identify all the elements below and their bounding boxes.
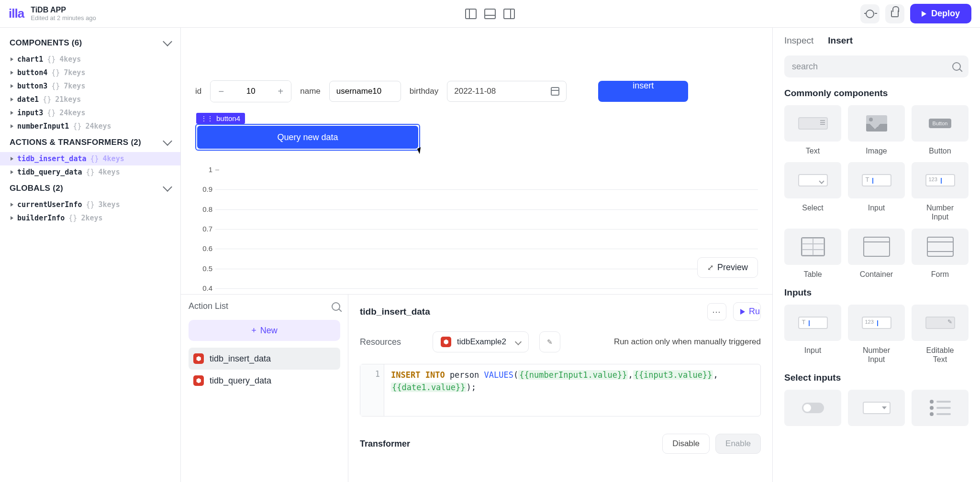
bug-icon xyxy=(866,10,874,18)
component-button[interactable]: ButtonButton xyxy=(912,105,969,155)
tree-item[interactable]: input3{}24keys xyxy=(0,106,180,120)
component-table[interactable]: Table xyxy=(784,229,841,279)
run-button[interactable]: Ru xyxy=(733,302,761,321)
expand-icon xyxy=(707,263,713,273)
selection-tag[interactable]: ⋮⋮ button4 xyxy=(196,113,245,124)
id-label: id xyxy=(195,87,201,96)
layout-left-icon[interactable] xyxy=(465,9,477,19)
edit-resource-button[interactable]: ✎ xyxy=(539,331,560,352)
chevron-down-icon xyxy=(163,182,172,192)
sql-editor[interactable]: 1 INSERT INTO person VALUES({{numberInpu… xyxy=(360,364,761,416)
app-title: TiDB APP xyxy=(31,5,96,14)
tree-item[interactable]: currentUserInfo{}3keys xyxy=(0,198,180,211)
tree-item[interactable]: numberInput1{}24keys xyxy=(0,120,180,133)
layout-right-icon[interactable] xyxy=(503,9,515,19)
logo: illa xyxy=(9,6,24,21)
layout-switcher xyxy=(465,9,515,19)
component-form[interactable]: Form xyxy=(912,229,969,279)
y-tick-label: 0.7 xyxy=(195,225,212,233)
lock-icon xyxy=(891,11,899,17)
date-input[interactable]: 2022-11-08 xyxy=(447,81,567,102)
action-list: Action List + New ⬢ tidb_insert_data ⬢ t… xyxy=(181,295,348,482)
disable-button[interactable]: Disable xyxy=(662,434,710,454)
search-icon xyxy=(952,62,961,71)
run-label: Ru xyxy=(749,307,760,317)
number-input-id[interactable]: − + xyxy=(210,80,291,102)
tree-item[interactable]: builderInfo{}2keys xyxy=(0,211,180,225)
action-panel: Action List + New ⬢ tidb_insert_data ⬢ t… xyxy=(181,294,772,482)
preview-label: Preview xyxy=(717,263,748,273)
component-switch[interactable] xyxy=(784,390,841,426)
dropdown-icon xyxy=(863,402,891,414)
form-icon xyxy=(927,237,954,257)
selected-component[interactable]: Query new data xyxy=(195,124,420,151)
tree-item[interactable]: tidb_query_data{}4keys xyxy=(0,165,180,179)
component-editable-text[interactable]: Editable Text xyxy=(912,305,969,364)
line-number: 1 xyxy=(360,364,384,416)
lock-button[interactable] xyxy=(885,4,904,23)
actions-heading[interactable]: ACTIONS & TRANSFORMERS (2) xyxy=(0,133,180,152)
more-button[interactable]: ⋯ xyxy=(707,303,726,320)
deploy-label: Deploy xyxy=(931,9,960,19)
debug-button[interactable] xyxy=(860,4,880,23)
action-list-title: Action List xyxy=(189,301,228,311)
component-list[interactable] xyxy=(912,390,969,426)
input-icon xyxy=(862,174,891,186)
component-container[interactable]: Container xyxy=(848,229,905,279)
y-tick-label: 1 xyxy=(195,165,212,174)
y-tick-label: 0.8 xyxy=(195,205,212,213)
tab-inspect[interactable]: Inspect xyxy=(784,35,813,46)
component-number-input[interactable]: Number Input xyxy=(912,162,969,221)
component-input[interactable]: Input xyxy=(848,162,905,221)
action-title: tidb_insert_data xyxy=(360,307,430,317)
action-list-item[interactable]: ⬢ tidb_query_data xyxy=(189,370,340,392)
globals-title: GLOBALS (2) xyxy=(10,184,63,193)
search-input[interactable]: search xyxy=(784,55,969,77)
app-subtitle: Edited at 2 minutes ago xyxy=(31,14,96,22)
button-icon: Button xyxy=(929,119,952,128)
play-icon xyxy=(922,11,926,17)
select-icon xyxy=(798,174,828,186)
globals-heading[interactable]: GLOBALS (2) xyxy=(0,179,180,198)
decrement-button[interactable]: − xyxy=(211,81,232,102)
tree-item[interactable]: button4{}7keys xyxy=(0,66,180,79)
code-content[interactable]: INSERT INTO person VALUES({{numberInput1… xyxy=(384,364,725,416)
new-action-button[interactable]: + New xyxy=(189,320,340,341)
tree-item[interactable]: chart1{}4keys xyxy=(0,53,180,66)
component-text[interactable]: Text xyxy=(784,105,841,155)
insert-button[interactable]: insert xyxy=(598,81,688,102)
play-icon xyxy=(740,309,745,315)
component-select[interactable]: Select xyxy=(784,162,841,221)
y-tick-label: 0.4 xyxy=(195,284,212,292)
search-icon[interactable] xyxy=(332,302,340,311)
transformer-label: Transformer xyxy=(360,439,410,449)
component-image[interactable]: Image xyxy=(848,105,905,155)
tree-item[interactable]: button3{}7keys xyxy=(0,79,180,93)
deploy-button[interactable]: Deploy xyxy=(910,4,971,23)
tab-insert[interactable]: Insert xyxy=(828,35,853,46)
image-icon xyxy=(866,115,887,131)
component-dropdown[interactable] xyxy=(848,390,905,426)
trigger-mode[interactable]: Run action only when manually triggered xyxy=(614,337,761,347)
name-input[interactable] xyxy=(329,81,401,102)
increment-button[interactable]: + xyxy=(270,81,291,102)
topbar: illa TiDB APP Edited at 2 minutes ago De… xyxy=(0,0,980,28)
tree-item[interactable]: date1{}21keys xyxy=(0,93,180,106)
calendar-icon xyxy=(551,87,559,96)
action-list-item[interactable]: ⬢ tidb_insert_data xyxy=(189,348,340,370)
new-label: New xyxy=(260,326,278,336)
list-icon xyxy=(930,400,951,416)
id-value[interactable] xyxy=(232,81,270,102)
query-button[interactable]: Query new data xyxy=(197,126,418,149)
layout-bottom-icon[interactable] xyxy=(484,9,496,19)
resource-select[interactable]: ⬢ tidbExample2 xyxy=(433,331,529,352)
component-number-input[interactable]: Number Input xyxy=(848,305,905,364)
tree-item[interactable]: tidb_insert_data{}4keys xyxy=(0,152,180,165)
components-heading[interactable]: COMPONENTS (6) xyxy=(0,33,180,53)
cursor-icon xyxy=(417,147,423,154)
component-input[interactable]: Input xyxy=(784,305,841,364)
text-icon xyxy=(798,117,828,130)
enable-button[interactable]: Enable xyxy=(715,434,761,454)
preview-button[interactable]: Preview xyxy=(697,257,758,278)
resources-label: Resources xyxy=(360,337,422,347)
